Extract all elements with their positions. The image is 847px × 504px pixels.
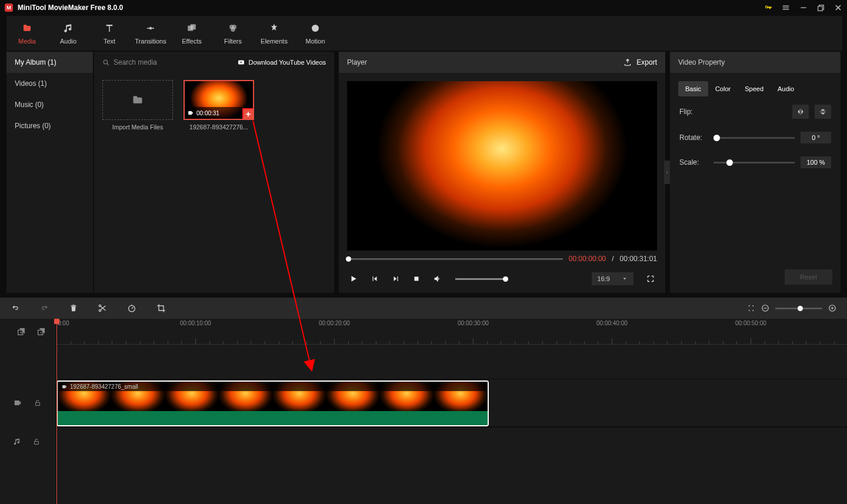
prop-tab-color[interactable]: Color bbox=[708, 81, 738, 96]
lock-video-track[interactable] bbox=[34, 399, 41, 407]
minimize-icon[interactable] bbox=[799, 4, 808, 12]
tab-audio[interactable]: Audio bbox=[48, 16, 89, 51]
flip-vertical-button[interactable] bbox=[815, 105, 831, 119]
speed-button[interactable] bbox=[127, 303, 136, 313]
tab-filters[interactable]: Filters bbox=[212, 16, 254, 51]
fullscreen-button[interactable] bbox=[646, 275, 655, 283]
delete-button[interactable] bbox=[69, 303, 78, 313]
collapse-panel-button[interactable]: › bbox=[664, 161, 670, 184]
download-youtube[interactable]: Download YouTube Videos bbox=[237, 59, 326, 66]
search-icon bbox=[102, 59, 110, 66]
youtube-icon bbox=[237, 59, 245, 66]
tab-text[interactable]: Text bbox=[89, 16, 130, 51]
media-clip-tile[interactable]: 00:00:31 + 192687-893427276... bbox=[184, 80, 254, 131]
svg-rect-19 bbox=[15, 400, 19, 405]
timeline: 0:00 00:00:10:00 00:00:20:00 00:00:30:00… bbox=[0, 319, 847, 504]
scale-label: Scale: bbox=[679, 158, 708, 166]
player-panel: Player Export 00:00:00:00 / 00:00:31:01 bbox=[339, 52, 665, 293]
svg-rect-1 bbox=[818, 6, 823, 11]
main-toolbar: Media Audio Text Transitions Effects Fil… bbox=[6, 15, 842, 52]
prop-tab-speed[interactable]: Speed bbox=[738, 81, 771, 96]
flip-horizontal-button[interactable] bbox=[792, 105, 809, 119]
play-button[interactable] bbox=[349, 275, 358, 283]
volume-slider[interactable] bbox=[455, 278, 508, 280]
timeline-clip[interactable]: 192687-893427276_small bbox=[56, 380, 489, 426]
scale-slider[interactable] bbox=[713, 162, 795, 163]
prop-tab-basic[interactable]: Basic bbox=[678, 81, 708, 96]
volume-button[interactable] bbox=[433, 274, 442, 283]
close-icon[interactable] bbox=[834, 4, 842, 12]
sidebar-music[interactable]: Music (0) bbox=[6, 94, 93, 115]
prop-tab-audio[interactable]: Audio bbox=[771, 81, 801, 96]
zoom-slider[interactable] bbox=[775, 308, 822, 309]
activate-icon[interactable] bbox=[764, 4, 772, 12]
tab-media[interactable]: Media bbox=[6, 16, 48, 51]
prev-frame-button[interactable] bbox=[371, 275, 379, 283]
tab-transitions[interactable]: Transitions bbox=[130, 16, 171, 51]
video-icon bbox=[61, 384, 68, 389]
text-icon bbox=[104, 22, 115, 34]
clip-duration: 00:00:31 bbox=[196, 110, 219, 116]
svg-rect-21 bbox=[35, 442, 39, 445]
undo-button[interactable] bbox=[11, 304, 20, 312]
transition-icon bbox=[145, 22, 156, 34]
svg-point-13 bbox=[99, 309, 101, 311]
zoom-in-button[interactable] bbox=[828, 304, 836, 312]
property-panel: › Video Property Basic Color Speed Audio… bbox=[670, 52, 841, 293]
redo-button[interactable] bbox=[40, 304, 49, 312]
sidebar-videos[interactable]: Videos (1) bbox=[6, 73, 93, 94]
audio-track-icon bbox=[13, 438, 21, 446]
folder-icon bbox=[21, 22, 33, 34]
tab-motion[interactable]: Motion bbox=[295, 16, 336, 51]
playhead[interactable] bbox=[56, 319, 57, 504]
zoom-out-button[interactable] bbox=[761, 304, 769, 312]
lock-audio-track[interactable] bbox=[33, 438, 40, 446]
tab-elements[interactable]: Elements bbox=[254, 16, 295, 51]
rotate-value[interactable]: 0 ° bbox=[801, 132, 831, 143]
sidebar: My Album (1) Videos (1) Music (0) Pictur… bbox=[6, 52, 94, 293]
chevron-down-icon bbox=[622, 276, 628, 282]
scale-value[interactable]: 100 % bbox=[801, 156, 831, 168]
total-time: 00:00:31:01 bbox=[620, 255, 657, 263]
folder-icon bbox=[131, 94, 145, 106]
timeline-ruler[interactable]: 0:00 00:00:10:00 00:00:20:00 00:00:30:00… bbox=[56, 319, 847, 345]
app-title: MiniTool MovieMaker Free 8.0.0 bbox=[18, 4, 123, 12]
app-icon: M bbox=[5, 4, 13, 12]
remove-track-button[interactable] bbox=[36, 327, 46, 336]
video-track-icon bbox=[13, 399, 22, 407]
import-tile[interactable]: Import Media Files bbox=[102, 80, 173, 131]
playback-progress[interactable] bbox=[347, 258, 563, 260]
effects-icon bbox=[186, 22, 197, 34]
tab-effects[interactable]: Effects bbox=[171, 16, 212, 51]
timeline-tracks[interactable]: 0:00 00:00:10:00 00:00:20:00 00:00:30:00… bbox=[56, 319, 847, 504]
svg-point-6 bbox=[231, 27, 235, 32]
svg-rect-3 bbox=[191, 24, 196, 29]
rotate-slider[interactable] bbox=[713, 137, 795, 139]
sidebar-album[interactable]: My Album (1) bbox=[6, 52, 93, 73]
svg-point-12 bbox=[99, 305, 101, 306]
property-title: Video Property bbox=[670, 52, 841, 73]
fit-button[interactable] bbox=[747, 304, 755, 312]
split-button[interactable] bbox=[98, 303, 107, 313]
next-frame-button[interactable] bbox=[392, 275, 400, 283]
video-preview[interactable] bbox=[347, 81, 657, 251]
add-to-timeline-button[interactable]: + bbox=[242, 108, 254, 120]
add-track-button[interactable] bbox=[16, 327, 26, 336]
rotate-label: Rotate: bbox=[679, 133, 708, 142]
maximize-icon[interactable] bbox=[817, 4, 825, 12]
aspect-ratio-select[interactable]: 16:9 bbox=[592, 272, 633, 285]
menu-icon[interactable] bbox=[782, 4, 790, 12]
player-title: Player bbox=[347, 58, 367, 66]
media-panel: Search media Download YouTube Videos Imp… bbox=[94, 52, 334, 293]
svg-rect-20 bbox=[36, 403, 40, 406]
crop-button[interactable] bbox=[156, 303, 166, 313]
flip-label: Flip: bbox=[679, 108, 708, 116]
search-media[interactable]: Search media bbox=[102, 58, 157, 66]
motion-icon bbox=[310, 22, 321, 34]
titlebar: M MiniTool MovieMaker Free 8.0.0 bbox=[0, 0, 847, 15]
export-button[interactable]: Export bbox=[623, 58, 657, 66]
stop-button[interactable] bbox=[413, 275, 420, 282]
sidebar-pictures[interactable]: Pictures (0) bbox=[6, 115, 93, 136]
svg-point-8 bbox=[104, 60, 108, 64]
reset-button[interactable]: Reset bbox=[785, 269, 832, 285]
